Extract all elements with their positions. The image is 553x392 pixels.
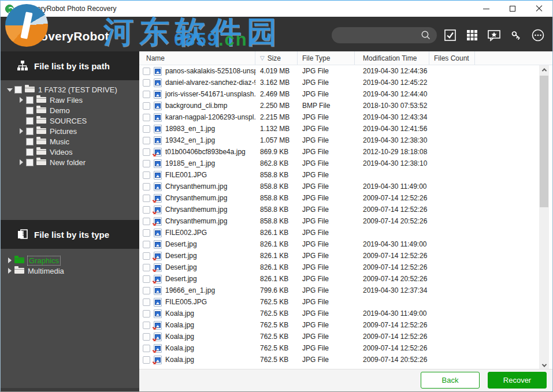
file-row[interactable]: Desert.jpg826.1 KBJPG File2009-07-14 20:… <box>141 273 553 285</box>
column-header-file-type[interactable]: File Type <box>298 51 355 65</box>
path-tree-item-raw-files[interactable]: Raw Files <box>1 95 139 105</box>
tree-down-arrow-icon[interactable] <box>6 87 14 92</box>
file-row[interactable]: 19342_en_1.jpg1.057 MBJPG File2019-04-30… <box>141 135 553 146</box>
tree-checkbox[interactable] <box>26 107 34 114</box>
file-row[interactable]: Koala.jpg762.5 KBJPG File2009-07-14 20:5… <box>141 354 553 365</box>
file-checkbox[interactable] <box>143 310 150 318</box>
file-checkbox[interactable] <box>143 333 150 341</box>
file-checkbox[interactable] <box>143 79 150 87</box>
file-checkbox[interactable] <box>143 264 150 271</box>
column-header-modification-time[interactable]: Modification Time <box>355 51 429 65</box>
back-button[interactable]: Back <box>421 372 480 389</box>
file-checkbox[interactable] <box>143 68 150 75</box>
file-checkbox[interactable] <box>143 102 150 110</box>
file-checkbox[interactable] <box>143 345 150 352</box>
file-row[interactable]: Desert.jpg826.1 KBJPG File2019-04-30 11:… <box>141 238 553 250</box>
select-all-icon[interactable] <box>443 28 457 42</box>
file-row[interactable]: panos-sakalakis-525108-unsp...4.019 MBJP… <box>141 65 553 77</box>
image-file-icon <box>154 229 162 237</box>
file-row[interactable]: Chrysanthemum.jpg858.8 KBJPG File2009-07… <box>141 192 553 204</box>
file-checkbox[interactable] <box>143 275 150 283</box>
path-tree-item-demo[interactable]: Demo <box>1 105 139 115</box>
file-row[interactable]: Koala.jpg762.5 KBJPG File2009-07-14 12:5… <box>141 319 553 331</box>
path-tree-item-pictures[interactable]: Pictures <box>1 126 139 136</box>
tree-checkbox[interactable] <box>26 138 34 145</box>
file-checkbox[interactable] <box>143 218 150 225</box>
file-row[interactable]: Desert.jpg826.1 KBJPG File2009-07-14 12:… <box>141 262 553 273</box>
file-checkbox[interactable] <box>143 125 150 133</box>
file-row[interactable]: karan-nagpal-1206293-unspl...2.215 MBJPG… <box>141 111 553 123</box>
path-tree-item-sources[interactable]: SOURCES <box>1 115 139 126</box>
section-file-list-by-path[interactable]: File list by its path <box>1 51 139 80</box>
type-tree-item-graphics[interactable]: Graphics <box>1 255 139 266</box>
file-checkbox[interactable] <box>143 298 150 306</box>
file-checkbox[interactable] <box>143 356 150 364</box>
path-tree-item-new-folder[interactable]: New folder <box>1 157 139 167</box>
tree-checkbox[interactable] <box>26 159 34 166</box>
file-name-cell: Koala.jpg <box>141 309 255 318</box>
tree-right-arrow-icon[interactable] <box>18 159 26 165</box>
file-row[interactable]: Desert.jpg826.1 KBJPG File2009-07-14 12:… <box>141 250 553 262</box>
tree-right-arrow-icon[interactable] <box>18 97 26 103</box>
path-tree-item-videos[interactable]: Videos <box>1 147 139 157</box>
minimize-button[interactable] <box>473 1 499 17</box>
file-row[interactable]: 18983_en_1.jpg1.132 MBJPG File2019-04-30… <box>141 123 553 135</box>
file-row[interactable]: FILE002.JPG826.1 KBJPG File <box>141 227 553 238</box>
file-checkbox[interactable] <box>143 171 150 179</box>
file-checkbox[interactable] <box>143 148 150 156</box>
file-checkbox[interactable] <box>143 206 150 214</box>
feedback-icon[interactable] <box>487 28 501 42</box>
file-checkbox[interactable] <box>143 241 150 248</box>
tree-right-arrow-icon[interactable] <box>6 257 14 263</box>
more-icon[interactable] <box>531 28 545 42</box>
file-checkbox[interactable] <box>143 195 150 202</box>
close-button[interactable] <box>526 1 552 17</box>
file-row[interactable]: Chrysanthemum.jpg858.8 KBJPG File2009-07… <box>141 204 553 215</box>
path-tree-item-1-fat32-test-drive[interactable]: 1 FAT32 (TEST DRIVE) <box>1 84 139 95</box>
search-input[interactable] <box>332 27 437 43</box>
maximize-button[interactable] <box>499 1 526 17</box>
file-row[interactable]: daniel-alvarez-sanchez-diaz-9...3.162 MB… <box>141 77 553 88</box>
tree-checkbox[interactable] <box>26 148 34 156</box>
file-row[interactable]: FILE001.JPG858.8 KBJPG File <box>141 169 553 181</box>
thumbnail-view-icon[interactable] <box>465 28 479 42</box>
file-checkbox[interactable] <box>143 183 150 191</box>
scroll-up-button[interactable] <box>539 65 549 74</box>
file-checkbox[interactable] <box>143 114 150 121</box>
file-row[interactable]: FILE005.JPG762.5 KBJPG File <box>141 296 553 308</box>
file-row[interactable]: Chrysanthemum.jpg858.8 KBJPG File2019-04… <box>141 181 553 192</box>
file-row[interactable]: background_cli.bmp2.250 MBBMP File2018-1… <box>141 100 553 111</box>
recover-button[interactable]: Recover <box>488 372 547 389</box>
file-checkbox[interactable] <box>143 91 150 98</box>
path-tree-item-music[interactable]: Music <box>1 136 139 147</box>
file-row[interactable]: Koala.jpg762.5 KBJPG File2009-07-14 12:5… <box>141 342 553 354</box>
file-checkbox[interactable] <box>143 137 150 144</box>
file-row[interactable]: 19185_en_1.jpg862.8 KBJPG File2019-04-30… <box>141 158 553 169</box>
tree-right-arrow-icon[interactable] <box>6 268 14 274</box>
file-checkbox[interactable] <box>143 322 150 329</box>
file-checkbox[interactable] <box>143 252 150 260</box>
file-row[interactable]: t01b00406bcf893be4a.jpg869.9 KBJPG File2… <box>141 146 553 158</box>
file-row[interactable]: 19666_en_1.jpg799.6 KBJPG File2019-04-30… <box>141 285 553 296</box>
scrollbar-thumb[interactable] <box>540 76 548 207</box>
file-row[interactable]: Chrysanthemum.jpg858.8 KBJPG File2009-07… <box>141 215 553 227</box>
file-checkbox[interactable] <box>143 287 150 294</box>
column-header-files-count[interactable]: Files Count <box>429 51 475 65</box>
type-tree-item-multimedia[interactable]: Multimedia <box>1 266 139 276</box>
tree-checkbox[interactable] <box>14 86 22 94</box>
file-row[interactable]: joris-visser-541671-unsplash....2.469 MB… <box>141 88 553 100</box>
column-header-size[interactable]: ▽Size <box>255 51 298 65</box>
tree-right-arrow-icon[interactable] <box>18 128 26 134</box>
tree-checkbox[interactable] <box>26 117 34 125</box>
license-key-icon[interactable] <box>509 28 523 42</box>
vertical-scrollbar[interactable] <box>539 65 549 370</box>
tree-checkbox[interactable] <box>26 128 34 135</box>
file-row[interactable]: Koala.jpg762.5 KBJPG File2009-07-14 12:5… <box>141 331 553 342</box>
file-mtime: 2018-10-30 07:53:52 <box>355 102 429 110</box>
section-file-list-by-type[interactable]: File list by its type <box>1 220 139 249</box>
file-checkbox[interactable] <box>143 160 150 167</box>
tree-checkbox[interactable] <box>26 96 34 104</box>
file-checkbox[interactable] <box>143 229 150 237</box>
column-header-name[interactable]: Name <box>141 51 255 65</box>
file-row[interactable]: Koala.jpg762.5 KBJPG File2019-04-30 11:4… <box>141 308 553 319</box>
